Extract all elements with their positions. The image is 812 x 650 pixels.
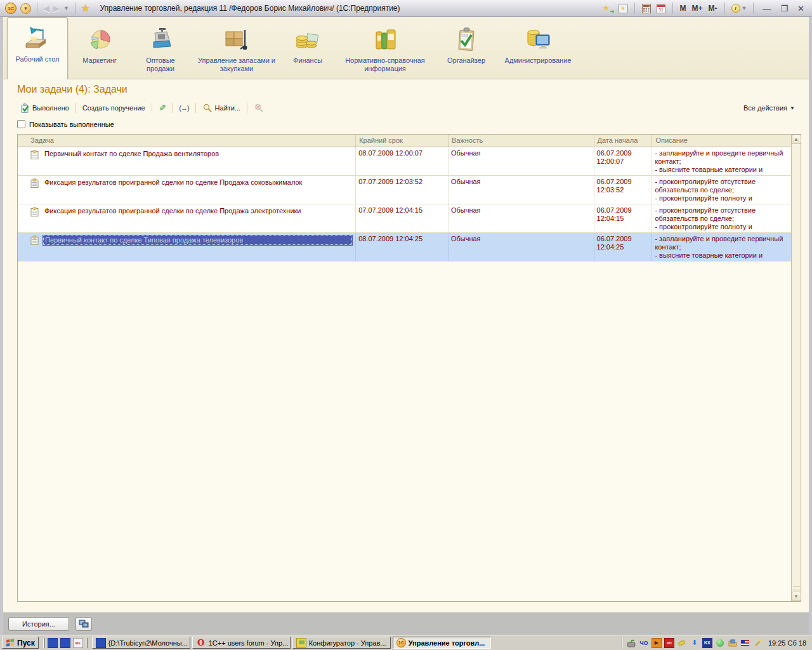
- opera-icon: O: [196, 638, 206, 648]
- table-row-selected[interactable]: Первичный контакт по сделке Типовая прод…: [18, 233, 791, 262]
- calculator-icon[interactable]: [641, 3, 652, 13]
- task-cell[interactable]: Первичный контакт по сделке Продажа вент…: [18, 147, 356, 175]
- cancel-search-button[interactable]: [251, 102, 266, 114]
- tray-ati-icon[interactable]: ATI: [664, 638, 674, 648]
- database-monitor-icon: [523, 25, 553, 55]
- tab-wholesale[interactable]: Оптовые продажи: [131, 20, 190, 79]
- tray-player-icon[interactable]: ▶: [652, 638, 662, 648]
- task-title: Первичный контакт по сделке Типовая прод…: [43, 235, 353, 246]
- show-completed-checkbox[interactable]: [17, 120, 25, 128]
- tray-agent-icon[interactable]: [626, 638, 636, 648]
- table-row[interactable]: Фиксация результатов проигранной сделки …: [18, 204, 791, 233]
- svg-text:31: 31: [658, 8, 664, 12]
- coins-icon: [293, 25, 322, 55]
- start-date-cell: 06.07.2009 12:03:52: [594, 176, 653, 204]
- taskbar-button-configurator[interactable]: Конфигуратор - Управ...: [292, 637, 391, 649]
- edit-button[interactable]: ✎: [156, 102, 169, 114]
- main-menu-button[interactable]: ▼: [20, 3, 31, 14]
- calendar-icon[interactable]: 31: [656, 3, 666, 13]
- desktop-icon: [23, 24, 52, 53]
- app-logo-icon[interactable]: 1С: [5, 3, 16, 14]
- titlebar-separator: [75, 3, 75, 14]
- column-header-importance[interactable]: Важность: [449, 135, 594, 147]
- start-button[interactable]: Пуск: [2, 637, 39, 649]
- find-button-label: Найти...: [215, 104, 241, 112]
- titlebar-separator: [37, 3, 37, 14]
- taskbar-button-trade-management[interactable]: 1С Управление торговл...: [393, 637, 491, 649]
- show-completed-label: Показывать выполненные: [29, 121, 114, 128]
- back-icon[interactable]: ◀: [43, 4, 49, 13]
- chevron-down-icon: ▼: [790, 105, 795, 111]
- scroll-up-icon[interactable]: ▲: [792, 135, 801, 144]
- favorites-star-icon[interactable]: ★: [81, 3, 89, 14]
- tab-finance[interactable]: Финансы: [284, 20, 332, 79]
- taskbar-button-label: {D:\Trubicyn2\Молочны...: [108, 639, 188, 647]
- info-icon: i: [731, 4, 740, 13]
- column-width-button[interactable]: (↔): [176, 103, 191, 113]
- table-row[interactable]: Фиксация результатов проигранной сделки …: [18, 176, 791, 204]
- task-cell[interactable]: Фиксация результатов проигранной сделки …: [18, 204, 356, 232]
- tray-clock[interactable]: 19:25 Сб 18: [768, 639, 806, 647]
- close-button[interactable]: ✕: [795, 4, 807, 13]
- tab-reference-info[interactable]: Нормативно-справочная информация: [336, 20, 435, 79]
- add-favorite-icon[interactable]: ★➜: [603, 3, 614, 13]
- favorites-list-icon[interactable]: ★: [619, 4, 628, 13]
- chevron-down-icon: ▼: [742, 5, 747, 11]
- tray-wand-icon[interactable]: [753, 638, 763, 648]
- find-button[interactable]: Найти...: [200, 102, 244, 114]
- column-header-description[interactable]: Описание: [652, 135, 791, 147]
- column-header-deadline[interactable]: Крайний срок: [356, 135, 449, 147]
- tab-inventory-purchasing[interactable]: Управление запасами и закупками: [193, 20, 280, 79]
- page-title: Мои задачи (4): Задачи: [17, 84, 128, 95]
- taskbar-button-explorer[interactable]: {D:\Trubicyn2\Молочны...: [92, 637, 190, 649]
- tray-antivirus-icon[interactable]: [715, 638, 725, 648]
- history-button[interactable]: История...: [8, 617, 69, 631]
- monitors-icon: [79, 620, 89, 628]
- memory-m-button[interactable]: M: [679, 4, 687, 13]
- tray-kx-icon[interactable]: KX: [702, 638, 712, 648]
- scrollbar-splitter[interactable]: [793, 587, 800, 590]
- column-header-task[interactable]: Задача: [18, 135, 356, 147]
- table-row[interactable]: Первичный контакт по сделке Продажа вент…: [18, 147, 791, 176]
- column-header-start-date[interactable]: Дата начала: [594, 135, 653, 147]
- performance-indicator-button[interactable]: [75, 617, 92, 631]
- quicklaunch-xls-icon[interactable]: xls: [73, 638, 83, 648]
- info-button[interactable]: i ▼: [731, 4, 747, 13]
- done-button[interactable]: Выполнено: [17, 102, 72, 114]
- quick-launch-handle[interactable]: [86, 638, 88, 648]
- quick-launch-handle[interactable]: [43, 638, 45, 648]
- memory-m-plus-button[interactable]: M+: [691, 4, 704, 13]
- titlebar-separator: [753, 3, 754, 14]
- all-actions-button[interactable]: Все действия ▼: [743, 104, 795, 112]
- history-dropdown-icon[interactable]: ▼: [63, 5, 69, 11]
- deadline-cell: 08.07.2009 12:00:07: [356, 147, 449, 175]
- tray-flag-icon[interactable]: [740, 638, 750, 648]
- tray-download-icon[interactable]: ⬇: [690, 638, 700, 648]
- minimize-button[interactable]: —: [760, 4, 773, 13]
- tab-administration[interactable]: Администрирование: [498, 20, 578, 79]
- table-empty-area: [18, 262, 791, 601]
- description-cell: - запланируйте и проведите первичный кон…: [652, 233, 791, 261]
- scroll-down-icon[interactable]: ▼: [792, 592, 801, 601]
- tab-desktop[interactable]: Рабочий стол: [7, 17, 68, 79]
- create-assignment-button[interactable]: Создать поручение: [80, 103, 148, 113]
- tray-folder-icon[interactable]: [728, 638, 738, 648]
- tab-organizer[interactable]: Органайзер: [438, 20, 494, 79]
- start-date-cell: 06.07.2009 12:04:15: [594, 204, 653, 232]
- all-actions-label: Все действия: [743, 104, 787, 112]
- vertical-scrollbar[interactable]: ▲ ▼: [791, 135, 801, 601]
- quicklaunch-1c-icon-2[interactable]: [60, 638, 70, 648]
- quicklaunch-1c-icon[interactable]: [48, 638, 58, 648]
- task-cell[interactable]: Фиксация результатов проигранной сделки …: [18, 176, 356, 204]
- tray-keyboard-layout-indicator[interactable]: ЧО: [639, 638, 649, 648]
- forward-icon[interactable]: ▶: [53, 4, 60, 13]
- memory-m-minus-button[interactable]: M-: [708, 4, 718, 13]
- taskbar-button-browser[interactable]: O 1C++ users forum - Упр...: [192, 637, 291, 649]
- task-cell[interactable]: Первичный контакт по сделке Типовая прод…: [18, 233, 356, 261]
- restore-button[interactable]: ❐: [778, 4, 790, 13]
- titlebar-separator: [634, 3, 635, 14]
- toolbar-separator: [195, 103, 196, 113]
- tray-punto-icon[interactable]: [677, 638, 687, 648]
- taskbar-1c-sheet-icon: [96, 638, 106, 648]
- tab-marketing[interactable]: Маркетинг: [72, 20, 128, 79]
